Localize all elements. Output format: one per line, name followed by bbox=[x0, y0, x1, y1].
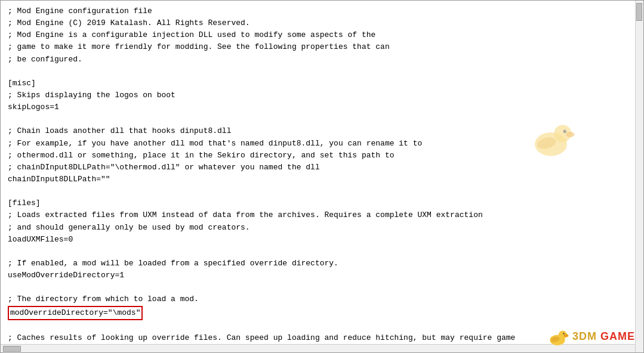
svg-point-8 bbox=[564, 334, 569, 337]
text-line: ; The directory from which to load a mod… bbox=[8, 293, 636, 305]
text-line: ; Skips displaying the logos on boot bbox=[8, 89, 636, 101]
vertical-scrollbar[interactable] bbox=[635, 1, 643, 352]
text-line bbox=[8, 113, 636, 125]
text-line: modOverrideDirectory="\mods" bbox=[8, 306, 636, 320]
text-editor-area[interactable]: ; Mod Engine configuration file; Mod Eng… bbox=[1, 1, 643, 352]
text-line: ; Mod Engine (C) 2019 Katalash. All Righ… bbox=[8, 17, 636, 29]
text-line: ; Chain loads another dll that hooks din… bbox=[8, 125, 636, 137]
text-line bbox=[8, 185, 636, 197]
text-line: [files] bbox=[8, 197, 636, 209]
text-line: ; Loads extracted files from UXM instead… bbox=[8, 209, 636, 221]
text-line bbox=[8, 246, 636, 258]
text-line bbox=[8, 281, 636, 293]
text-line: ; chainDInput8DLLPath="\othermod.dll" or… bbox=[8, 162, 636, 174]
horizontal-scrollbar[interactable] bbox=[1, 344, 635, 352]
text-line: ; Mod Engine configuration file bbox=[8, 5, 636, 17]
svg-point-10 bbox=[564, 333, 565, 333]
scrollbar-thumb-v[interactable] bbox=[636, 3, 642, 21]
text-line: chainDInput8DLLPath="" bbox=[8, 174, 636, 185]
text-line: ; be configured. bbox=[8, 54, 636, 66]
text-line: ; game to make it more friendly for modd… bbox=[8, 41, 636, 53]
logo-duck-icon bbox=[546, 325, 569, 348]
text-line: useModOverrideDirectory=1 bbox=[8, 270, 636, 281]
text-line bbox=[8, 66, 636, 78]
highlighted-text: modOverrideDirectory="\mods" bbox=[8, 306, 143, 320]
text-line: ; For example, if you have another dll m… bbox=[8, 138, 636, 150]
file-content: ; Mod Engine configuration file; Mod Eng… bbox=[8, 5, 636, 352]
text-line: loadUXMFiles=0 bbox=[8, 234, 636, 246]
logo-game-text: GAME bbox=[600, 330, 635, 343]
text-line bbox=[8, 320, 636, 332]
text-line: [misc] bbox=[8, 78, 636, 89]
text-line: ; Mod Engine is a configurable injection… bbox=[8, 29, 636, 41]
logo-3dm-text: 3DM bbox=[572, 330, 597, 343]
text-line: skipLogos=1 bbox=[8, 101, 636, 113]
text-line: ; othermod.dll or something, place it in… bbox=[8, 150, 636, 162]
main-window: ; Mod Engine configuration file; Mod Eng… bbox=[0, 0, 644, 353]
text-line: ; Caches results of looking up override … bbox=[8, 332, 636, 344]
text-line: ; If enabled, a mod will be loaded from … bbox=[8, 258, 636, 270]
text-line: ; and should generally only be used by m… bbox=[8, 222, 636, 234]
logo-area: 3DMGAME bbox=[546, 325, 635, 348]
scrollbar-thumb-h[interactable] bbox=[3, 346, 21, 352]
